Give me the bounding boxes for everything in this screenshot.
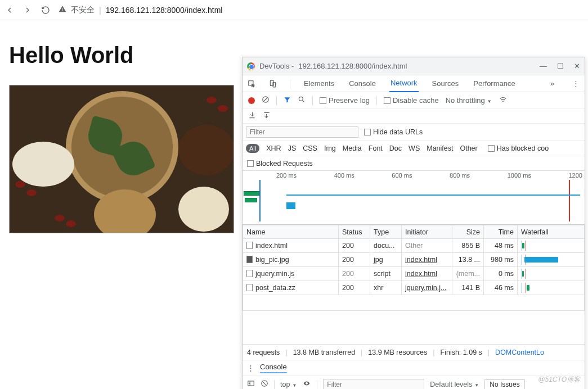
console-levels-dropdown[interactable]: Default levels xyxy=(430,381,479,388)
devtools-tabs: Elements Console Network Sources Perform… xyxy=(243,75,585,92)
watermark: @51CTO博客 xyxy=(538,375,580,385)
request-size: 855 B xyxy=(452,239,484,253)
forward-button[interactable] xyxy=(23,5,33,15)
tick: 1200 xyxy=(568,172,582,179)
waterfall-cell xyxy=(521,269,581,279)
col-size[interactable]: Size xyxy=(452,225,484,239)
more-tabs-button[interactable]: » xyxy=(550,79,554,88)
table-row[interactable]: post_data.zz200xhrjquery.min.j...141 B46… xyxy=(243,281,585,295)
back-button[interactable] xyxy=(5,5,15,15)
tab-network[interactable]: Network xyxy=(389,75,419,92)
filter-input[interactable] xyxy=(246,126,358,138)
console-sidebar-toggle-icon[interactable] xyxy=(247,379,255,389)
blocked-requests-checkbox[interactable]: Blocked Requests xyxy=(247,160,313,168)
reload-button[interactable] xyxy=(41,5,51,15)
console-context-dropdown[interactable]: top xyxy=(280,381,297,388)
throttling-dropdown[interactable]: No throttling xyxy=(446,96,492,105)
svg-point-4 xyxy=(299,97,303,101)
page-content: Hello World DevTools - 192.168.121.128:8… xyxy=(0,20,588,389)
console-filter-input[interactable] xyxy=(323,379,424,390)
address-bar[interactable]: 不安全 | 192.168.121.128:8000/index.html xyxy=(59,5,222,15)
export-har-icon[interactable] xyxy=(263,111,271,121)
insecure-icon xyxy=(59,5,66,15)
request-size: 13.8 ... xyxy=(452,253,484,267)
devtools-settings-icon[interactable]: ⋮ xyxy=(571,79,580,88)
col-time[interactable]: Time xyxy=(484,225,518,239)
url-text: 192.168.121.128:8000/index.html xyxy=(106,6,223,15)
console-toolbar: top Default levels No Issues xyxy=(243,376,585,389)
request-initiator[interactable]: index.html xyxy=(405,256,437,264)
console-drawer-tab[interactable]: Console xyxy=(260,363,287,373)
filter-toggle-icon[interactable] xyxy=(284,96,291,105)
request-name: post_data.zz xyxy=(255,284,295,292)
tab-performance[interactable]: Performance xyxy=(472,75,516,92)
devtools-titlebar[interactable]: DevTools - 192.168.121.128:8000/index.ht… xyxy=(243,57,585,75)
record-button[interactable] xyxy=(248,97,255,104)
type-filter-img[interactable]: Img xyxy=(324,144,336,152)
tab-elements[interactable]: Elements xyxy=(303,75,335,92)
type-filter-js[interactable]: JS xyxy=(288,144,297,152)
request-name: index.html xyxy=(255,242,288,250)
clear-button[interactable] xyxy=(262,96,270,105)
type-filter-manifest[interactable]: Manifest xyxy=(427,144,453,152)
no-issues-button[interactable]: No Issues xyxy=(484,379,524,390)
window-minimize-button[interactable]: — xyxy=(540,62,547,70)
table-header-row: Name Status Type Initiator Size Time Wat… xyxy=(243,225,585,239)
type-filter-ws[interactable]: WS xyxy=(409,144,420,152)
console-clear-icon[interactable] xyxy=(261,379,268,389)
console-drawer-header: ⋮ Console xyxy=(243,360,585,376)
tab-console[interactable]: Console xyxy=(348,75,377,92)
request-time: 980 ms xyxy=(484,253,518,267)
hide-data-urls-checkbox[interactable]: Hide data URLs xyxy=(364,128,423,136)
import-har-icon[interactable] xyxy=(248,111,256,121)
request-time: 48 ms xyxy=(484,239,518,253)
col-initiator[interactable]: Initiator xyxy=(402,225,452,239)
request-status: 200 xyxy=(339,239,370,253)
type-filter-all[interactable]: All xyxy=(246,144,259,153)
col-waterfall[interactable]: Waterfall xyxy=(518,225,585,239)
type-filter-other[interactable]: Other xyxy=(460,144,477,152)
device-toggle-icon[interactable] xyxy=(268,80,277,88)
disable-cache-checkbox[interactable]: Disable cache xyxy=(384,96,439,105)
has-blocked-cookies-checkbox[interactable]: Has blocked coo xyxy=(488,144,549,152)
status-count: 4 requests xyxy=(247,349,280,356)
request-type: xhr xyxy=(370,281,402,295)
col-status[interactable]: Status xyxy=(339,225,370,239)
live-expression-icon[interactable] xyxy=(302,380,311,388)
inspect-element-icon[interactable] xyxy=(247,80,256,88)
type-filter-row: All XHR JS CSS Img Media Font Doc WS Man… xyxy=(243,141,585,156)
type-filter-doc[interactable]: Doc xyxy=(389,144,402,152)
network-timeline[interactable]: 200 ms 400 ms 600 ms 800 ms 1000 ms 1200 xyxy=(243,171,585,225)
request-size: (mem... xyxy=(452,267,484,281)
request-name: jquery.min.js xyxy=(255,270,294,278)
filter-row: Hide data URLs xyxy=(243,124,585,141)
search-icon[interactable] xyxy=(298,96,306,105)
request-initiator[interactable]: index.html xyxy=(405,270,437,278)
type-filter-media[interactable]: Media xyxy=(343,144,362,152)
devtools-window: DevTools - 192.168.121.128:8000/index.ht… xyxy=(242,57,585,389)
type-filter-font[interactable]: Font xyxy=(369,144,383,152)
col-name[interactable]: Name xyxy=(243,225,339,239)
tab-sources[interactable]: Sources xyxy=(431,75,460,92)
file-icon xyxy=(246,256,253,263)
table-row[interactable]: jquery.min.js200scriptindex.html(mem...0… xyxy=(243,267,585,281)
table-row[interactable]: index.html200docu...Other855 B48 ms xyxy=(243,239,585,253)
request-initiator[interactable]: jquery.min.j... xyxy=(405,284,446,292)
request-initiator: Other xyxy=(405,242,423,250)
window-close-button[interactable]: ✕ xyxy=(574,62,580,70)
waterfall-cell xyxy=(521,283,581,293)
table-row[interactable]: big_pic.jpg200jpgindex.html13.8 ...980 m… xyxy=(243,253,585,267)
drawer-menu-icon[interactable]: ⋮ xyxy=(247,364,254,372)
waterfall-cell xyxy=(521,255,581,265)
col-type[interactable]: Type xyxy=(370,225,402,239)
devtools-title-url: 192.168.121.128:8000/index.html xyxy=(298,62,407,70)
request-status: 200 xyxy=(339,253,370,267)
tick: 400 ms xyxy=(334,172,354,179)
network-conditions-icon[interactable] xyxy=(499,96,508,105)
window-maximize-button[interactable]: ☐ xyxy=(557,62,564,70)
network-toolbar: Preserve log Disable cache No throttling xyxy=(243,92,585,109)
type-filter-xhr[interactable]: XHR xyxy=(266,144,281,152)
request-size: 141 B xyxy=(452,281,484,295)
type-filter-css[interactable]: CSS xyxy=(303,144,317,152)
preserve-log-checkbox[interactable]: Preserve log xyxy=(320,96,370,105)
